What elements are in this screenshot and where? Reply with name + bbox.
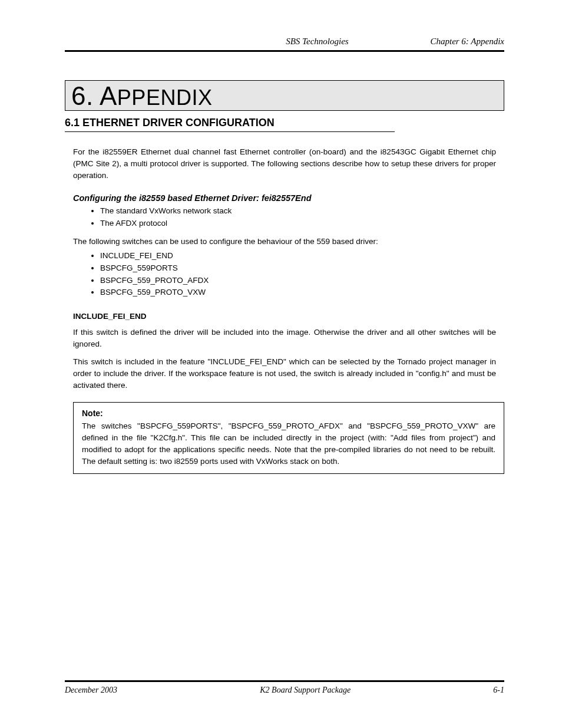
list-item: The AFDX protocol	[100, 218, 496, 230]
bullets-intro: The following switches can be used to co…	[73, 236, 496, 248]
footer-rule	[65, 680, 504, 682]
chapter-title-rest: PPENDIX	[117, 85, 213, 110]
top-rule	[65, 50, 504, 52]
list-item: The standard VxWorks network stack	[100, 205, 496, 218]
page-footer: December 2003 K2 Board Support Package 6…	[65, 680, 504, 695]
note-box: Note: The switches "BSPCFG_559PORTS", "B…	[73, 402, 504, 474]
note-body: The switches "BSPCFG_559PORTS", "BSPCFG_…	[82, 420, 495, 467]
header-product: SBS Technologies	[286, 37, 349, 46]
list-item: INCLUDE_FEI_END	[100, 250, 496, 262]
note-title: Note:	[82, 409, 495, 418]
section-intro: For the i82559ER Ethernet dual channel f…	[73, 146, 496, 182]
chapter-title-first: A	[100, 81, 117, 110]
section-heading: 6.1 ETHERNET DRIVER CONFIGURATION	[65, 117, 395, 132]
list-item: BSPCFG_559PORTS	[100, 262, 496, 275]
bullet-list-protocols: The standard VxWorks network stack The A…	[100, 205, 496, 230]
header-chapter: Chapter 6: Appendix	[430, 37, 504, 46]
footer-right: 6-1	[493, 686, 504, 695]
switch-name: INCLUDE_FEI_END	[73, 312, 504, 321]
switch-body: If this switch is defined the driver wil…	[73, 327, 496, 350]
chapter-number: 6.	[71, 81, 94, 110]
chapter-title: 6. APPENDIX	[71, 83, 498, 109]
switch-body-2: This switch is included in the feature "…	[73, 356, 496, 391]
bullet-list-switches: INCLUDE_FEI_END BSPCFG_559PORTS BSPCFG_5…	[100, 250, 496, 299]
footer-center: K2 Board Support Package	[260, 686, 351, 695]
list-item: BSPCFG_559_PROTO_AFDX	[100, 275, 496, 287]
subsection-heading: Configuring the i82559 based Ethernet Dr…	[73, 193, 504, 203]
list-item: BSPCFG_559_PROTO_VXW	[100, 286, 496, 299]
footer-left: December 2003	[65, 686, 117, 695]
chapter-bar: 6. APPENDIX	[65, 80, 504, 111]
